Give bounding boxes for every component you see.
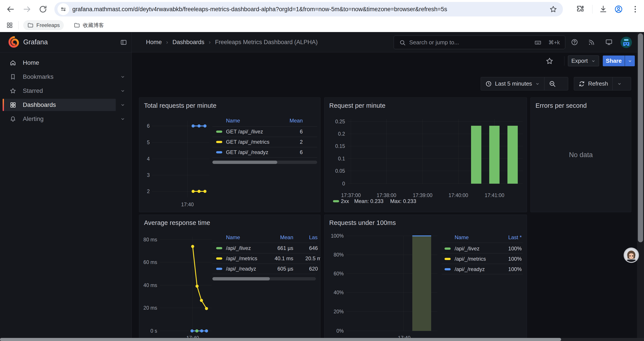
legend-value: 6 (300, 129, 303, 135)
legend-divider (212, 126, 317, 127)
assistant-avatar[interactable] (624, 247, 639, 263)
legend-chip (216, 257, 222, 260)
legend-value: 6 (300, 149, 303, 155)
y-axis-tick: 5 (147, 140, 150, 146)
y-axis-tick: 20 ms (143, 305, 157, 311)
legend-series-name[interactable]: GET /api/_/readyz (226, 149, 268, 155)
legend-chip (333, 200, 339, 202)
legend-series-name[interactable]: GET /api/_/livez (226, 129, 263, 135)
no-data-message: No data (531, 98, 631, 212)
dashboard-canvas: Total requests per minute6543217:40NameM… (0, 0, 644, 341)
legend-divider (212, 243, 316, 243)
y-axis-tick: 60 ms (143, 259, 157, 265)
legend-divider (212, 253, 316, 253)
y-axis-tick: 0 s (150, 328, 157, 334)
legend-value: 2 (300, 139, 303, 145)
panel-errors-per-second: Errors per secondNo data (530, 97, 631, 212)
legend-chip (444, 247, 451, 250)
legend-chip (216, 247, 222, 249)
legend-divider (442, 274, 523, 274)
y-axis-tick: 80 ms (143, 237, 157, 243)
legend-divider (212, 157, 317, 158)
legend-series-name[interactable]: /api/_/readyz (454, 266, 485, 272)
legend-header[interactable]: Las (309, 234, 318, 240)
legend-series-name[interactable]: /api/_/livez (454, 245, 480, 252)
legend-value: 100% (508, 245, 522, 252)
legend-value: 100% (508, 266, 522, 272)
legend-value: 661 µs (277, 245, 293, 251)
legend-series-name[interactable]: /api/_/metrics (226, 255, 257, 261)
legend-chip (216, 151, 222, 153)
panel-total-requests-per-minute: Total requests per minute6543217:40NameM… (139, 97, 320, 212)
legend-series-name[interactable]: GET /api/_/metrics (226, 139, 270, 145)
legend-divider (212, 147, 317, 147)
panel-request-per-minute: Request per minute0.250.20.150.10.05017:… (324, 97, 527, 212)
y-axis-tick: 2 (147, 188, 150, 194)
y-axis-tick: 100% (331, 233, 344, 239)
legend-divider (442, 243, 523, 243)
legend-value: 620 (309, 266, 318, 272)
legend-chip (216, 141, 222, 143)
x-axis-tick: 17:40 (181, 202, 194, 208)
y-axis-tick: 80% (334, 252, 344, 258)
legend-series-name[interactable]: /api/_/livez (226, 245, 251, 251)
legend-header[interactable]: Mean (290, 118, 303, 124)
vertical-scrollbar-thumb[interactable] (638, 33, 643, 242)
y-axis-tick: 60% (334, 271, 344, 277)
legend-header[interactable]: Last * (508, 234, 522, 240)
y-axis-tick: 6 (147, 123, 150, 129)
legend-chip (444, 258, 451, 260)
x-axis-tick: 17:41:00 (485, 192, 504, 198)
legend-scrollbar-thumb[interactable] (212, 161, 277, 164)
legend-series-name[interactable]: /api/_/metrics (454, 256, 486, 262)
panel-requests-under-100ms: Requests under 100ms100%80%60%40%20%0%17… (324, 215, 527, 341)
x-axis-tick: 17:37:00 (341, 192, 361, 198)
legend-series-name[interactable]: 2xx (341, 198, 349, 204)
legend-divider (212, 137, 317, 137)
y-axis-tick: 20% (334, 309, 344, 315)
y-axis-tick: 3 (147, 172, 150, 178)
girl-avatar-icon (624, 247, 639, 263)
y-axis-tick: 0.25 (335, 119, 345, 125)
legend-divider (442, 264, 523, 264)
x-axis-tick: 17:39:00 (413, 192, 432, 198)
legend-series-name[interactable]: /api/_/readyz (226, 266, 256, 272)
legend-value: 100% (508, 256, 522, 262)
legend-chip (216, 131, 222, 133)
y-axis-tick: 0.05 (335, 168, 345, 174)
y-axis-tick: 4 (147, 156, 150, 162)
legend-header[interactable]: Name (226, 234, 240, 240)
legend-header[interactable]: Name (226, 118, 240, 124)
legend-value: 646 (309, 245, 318, 251)
y-axis-tick: 0 (342, 181, 345, 187)
legend-chip (216, 268, 222, 270)
legend-value: 40.1 ms (275, 255, 293, 261)
x-axis-tick: 17:40:00 (448, 192, 468, 198)
legend-stat: Max: 0.233 (390, 198, 416, 204)
legend-divider (212, 263, 316, 264)
y-axis-tick: 40 ms (143, 282, 157, 288)
legend-value: 20.5 m (305, 255, 320, 261)
legend-scrollbar-thumb[interactable] (212, 277, 270, 280)
y-axis-tick: 0.2 (338, 131, 345, 137)
y-axis-tick: 40% (334, 290, 344, 295)
y-axis-tick: 0.1 (338, 156, 345, 162)
legend-header[interactable]: Mean (280, 234, 293, 240)
y-axis-tick: 0.15 (335, 143, 345, 149)
legend-value: 605 µs (277, 266, 293, 272)
y-axis-tick: 0% (336, 328, 344, 334)
legend-divider (442, 253, 523, 253)
legend-chip (444, 268, 451, 270)
legend-header[interactable]: Name (454, 234, 469, 240)
chart-requests-under-100ms (324, 215, 527, 341)
horizontal-scrollbar-thumb[interactable] (0, 338, 561, 341)
x-axis-tick: 17:38:00 (376, 192, 396, 198)
legend-stat: Mean: 0.233 (354, 198, 384, 204)
panel-average-response-time: Average response time80 ms60 ms40 ms20 m… (139, 215, 320, 341)
